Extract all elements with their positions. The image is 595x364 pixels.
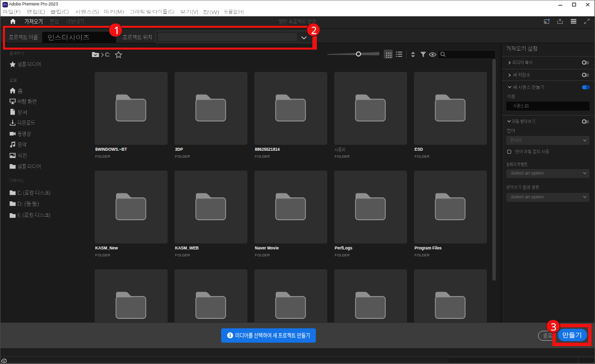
svg-text:Pr: Pr <box>3 3 7 6</box>
